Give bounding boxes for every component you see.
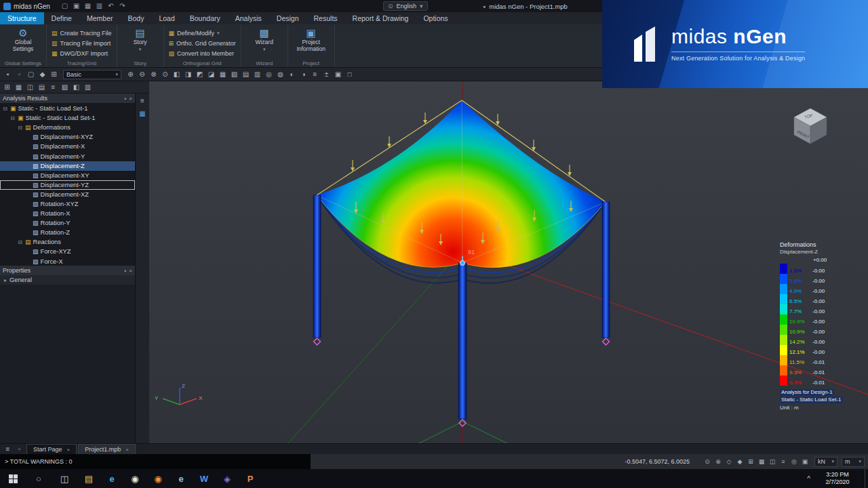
wireframe-icon[interactable]: ◎ [263,69,275,80]
language-selector[interactable]: ⊙ English ▾ [383,1,428,11]
tree-expander[interactable]: ⊟ [2,106,8,112]
snap-element-icon[interactable]: ◇ [724,457,734,467]
membrane-contour[interactable] [317,100,606,283]
zoom-fit-icon[interactable]: ⊙ [159,69,171,80]
undo-icon[interactable]: ↶ [106,1,116,11]
project-information-button[interactable]: ▣ Project Information [293,26,330,59]
convert-into-member-button[interactable]: ▧ Convert into Member [169,49,236,58]
tab-new-icon[interactable]: ▫ [14,445,25,454]
selection-set-combo[interactable]: Basic ▾ [63,70,121,79]
tree-expander[interactable]: ⊟ [17,239,23,245]
task-view-button[interactable]: ◫ [52,469,77,488]
unlock-model-icon[interactable]: ▫ [14,69,25,80]
render-mode-icon[interactable]: ◍ [275,69,286,80]
ortho-grid-generator-button[interactable]: ⊞ Ortho. Grid Generator [169,39,236,47]
ribbon-tab[interactable]: Design [269,12,307,24]
global-settings-button[interactable]: ⚙ Global Settings [5,26,41,59]
snap-toggle-icon[interactable]: □ [344,69,355,80]
tree-item[interactable]: ▨ Displacement-X [0,142,135,151]
model-viewport[interactable]: 91 TOP FRONT Z X Y Deformations Di [149,81,868,443]
dwg-dxf-import-button[interactable]: ▦ DWG/DXF Import [52,49,112,58]
force-unit-select[interactable]: kN ▾ [814,457,837,467]
select-filter-icon[interactable]: ⊙ [702,457,713,467]
zoom-in-icon[interactable]: ⊕ [125,69,136,80]
tree-item[interactable]: ▨ Displacement-YZ [0,180,135,190]
tree-item[interactable]: ▨ Rotation-Z [0,228,135,237]
tree-item[interactable]: ⊟ ▤ Deformations [0,123,135,132]
pan-icon[interactable]: ◧ [171,69,182,80]
tray-chevron-icon[interactable]: ^ [807,475,810,483]
ribbon-tab[interactable]: Member [79,12,121,24]
shading-icon[interactable]: ▥ [252,69,263,80]
file-explorer-icon[interactable]: ▤ [77,469,100,488]
tree-item[interactable]: ▨ Force-X [0,257,135,266]
display-option-icon[interactable]: ◐ [286,69,298,80]
view-iso-icon[interactable]: ▧ [229,69,240,80]
tree-item[interactable]: ▨ Displacement-Y [0,151,135,161]
group-tree-icon[interactable]: ▦ [13,82,24,93]
powerpoint-icon[interactable]: P [239,469,262,488]
save-icon[interactable]: ▦ [83,1,93,11]
tree-expander[interactable]: ⊟ [17,125,23,131]
edge-browser-icon[interactable]: e [100,469,123,488]
document-tab[interactable]: Project1.mpb × [78,444,136,454]
ie-icon[interactable]: e [170,469,193,488]
guideline-icon[interactable]: ▦ [756,457,767,467]
tree-item[interactable]: ⊟ ▣ Static - Static Load Set-1 [0,113,135,123]
ribbon-tab[interactable]: Body [120,12,151,24]
ribbon-tab[interactable]: Boundary [182,12,228,24]
ribbon-tab[interactable]: Structure [0,12,44,24]
length-unit-select[interactable]: m ▾ [842,457,865,467]
start-button[interactable] [0,469,26,488]
close-icon[interactable]: × [129,268,132,274]
lock-model-icon[interactable]: ▪ [2,69,14,80]
redo-icon[interactable]: ↷ [117,1,127,11]
view-sync-icon[interactable]: ◎ [789,457,800,467]
panel-view-icon[interactable]: ▦ [137,108,149,119]
create-tracing-file-button[interactable]: ▤ Create Tracing File [52,28,112,37]
tree-item[interactable]: ▨ Rotation-X [0,209,135,218]
view-left-icon[interactable]: ▦ [217,69,229,80]
close-icon[interactable]: × [129,96,132,102]
define-modify-button[interactable]: ▦ Define/Modify ▾ [169,28,236,37]
word-icon[interactable]: W [193,469,216,488]
show-desktop-button[interactable] [865,469,868,488]
tree-item[interactable]: ▨ Displacement-XYZ [0,132,135,142]
tree-item[interactable]: ⊟ ▤ Reactions [0,237,135,247]
element-info-icon[interactable]: ≡ [778,457,789,467]
snap-node-icon[interactable]: ⊕ [713,457,724,467]
message-console[interactable]: > TOTAL WARNINGS : 0 [0,454,311,469]
analysis-tree-icon[interactable]: ▤ [36,82,47,93]
ribbon-tab[interactable]: Analysis [228,12,269,24]
open-file-icon[interactable]: ▣ [71,1,81,11]
zoom-out-icon[interactable]: ⊖ [136,69,148,80]
hidden-line-icon[interactable]: ▤ [240,69,252,80]
close-icon[interactable]: × [67,447,71,453]
panel-collapse-icon[interactable]: ≡ [137,96,149,106]
taskbar-clock[interactable]: 3:20 PM 2/7/2020 [816,471,859,486]
tree-item[interactable]: ▨ Rotation-XYZ [0,199,135,209]
rotate-view-icon[interactable]: ◨ [182,69,194,80]
pin-icon[interactable]: ▪ [124,268,126,274]
grid-toggle-icon[interactable]: ▣ [332,69,344,80]
settings-tree-icon[interactable]: ▥ [82,82,94,93]
filter-tree-icon[interactable]: ◧ [71,82,82,93]
visual-studio-icon[interactable]: ◈ [216,469,239,488]
ortho-mode-icon[interactable]: ⊞ [745,457,756,467]
ribbon-tab[interactable]: Results [307,12,345,24]
ribbon-tab[interactable]: Define [44,12,79,24]
tracing-file-import-button[interactable]: ▥ Tracing File Import [52,39,112,47]
design-tree-icon[interactable]: ≡ [47,82,59,93]
chrome-icon[interactable]: ◉ [123,469,146,488]
select-window-icon[interactable]: ⊞ [48,69,60,80]
fast-query-icon[interactable]: ◫ [767,457,778,467]
activate-identity-icon[interactable]: ± [321,69,332,80]
properties-general-row[interactable]: ▸ General [0,275,135,285]
view-front-icon[interactable]: ◩ [194,69,205,80]
search-button[interactable]: ○ [26,469,52,488]
active-window-icon[interactable]: ≡ [309,69,321,80]
ribbon-tab[interactable]: Options [416,12,455,24]
close-icon[interactable]: × [125,447,129,453]
pin-icon[interactable]: ▪ [124,96,126,102]
tree-item[interactable]: ▨ Displacement-XY [0,171,135,180]
